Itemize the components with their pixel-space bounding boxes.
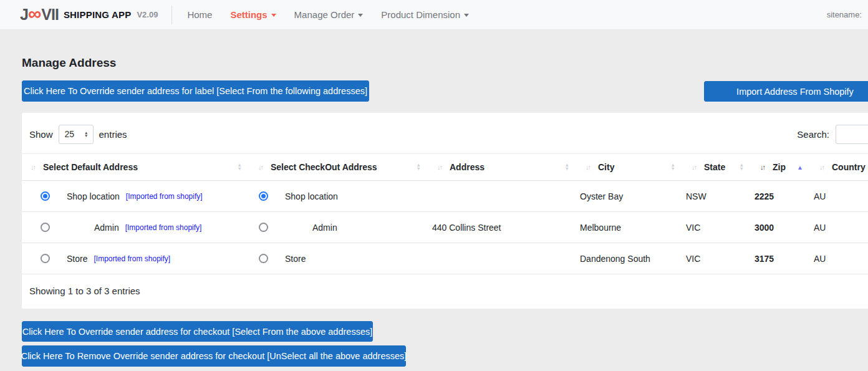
override-sender-checkout-button[interactable]: Click Here To Override sender address fo… (22, 321, 373, 342)
imported-from-shopify-note: [Imported from shopify] (94, 254, 170, 263)
checkout-address-radio[interactable] (259, 254, 268, 263)
sort-arrows-icon: ▲▼ (735, 163, 744, 171)
checkout-address-radio[interactable] (259, 191, 268, 201)
default-address-name: Shop location (67, 191, 120, 201)
sort-arrows-icon: ▲▼ (412, 163, 421, 171)
sort-icon: ↓↑ (586, 163, 590, 171)
column-header-address[interactable]: ↓↑ Address ▲▼ (428, 162, 577, 172)
country-cell: AU (811, 223, 868, 233)
table-row: Admin [Imported from shopify] Admin 440 … (22, 212, 868, 243)
state-cell: VIC (683, 254, 751, 264)
page-title: Manage Address (22, 56, 868, 70)
default-address-name: Admin (94, 223, 119, 233)
checkout-address-name: Shop location (285, 191, 338, 201)
page-length-value: 25 (65, 129, 75, 139)
nav-item-home[interactable]: Home (187, 9, 212, 20)
city-cell: Oyster Bay (577, 191, 683, 201)
country-cell: AU (811, 191, 868, 201)
chevron-down-icon (358, 14, 363, 17)
table-info: Showing 1 to 3 of 3 entries (22, 274, 868, 309)
country-cell: AU (811, 254, 868, 264)
sort-arrows-icon: ▲▼ (560, 163, 569, 171)
zip-cell: 2225 (751, 191, 811, 201)
import-address-from-shopify-button[interactable]: Import Address From Shopify (704, 81, 868, 102)
sort-icon: ↓↑ (437, 163, 441, 171)
joovii-logo[interactable]: J∞VII (20, 6, 59, 24)
address-table-card: Show 25 ▲▼ entries Search: ↓↑ Select Def… (22, 113, 868, 309)
imported-from-shopify-note: [Imported from shopify] (126, 192, 203, 201)
column-header-select-default-address[interactable]: ↓↑ Select Default Address ▲▼ (22, 162, 249, 172)
sort-arrows-icon: ▲▼ (233, 163, 242, 171)
sort-asc-icon: ▲ (792, 164, 803, 171)
sort-icon: ↓↑ (692, 163, 696, 171)
sort-icon-active: ↓↑ (760, 163, 764, 171)
search-input[interactable] (836, 125, 868, 144)
nav-item-product-dimension[interactable]: Product Dimension (381, 9, 469, 20)
infinity-icon: ∞ (28, 8, 41, 19)
sort-icon: ↓↑ (819, 163, 824, 171)
state-cell: VIC (683, 223, 751, 233)
table-row: Shop location [Imported from shopify] Sh… (22, 181, 868, 212)
default-address-name: Store (67, 254, 87, 264)
search-label: Search: (797, 129, 829, 140)
top-navbar: J∞VII SHIPPING APP V2.09 Home Settings M… (0, 0, 868, 30)
chevron-down-icon (271, 14, 276, 17)
table-row: Store [Imported from shopify] Store Dand… (22, 243, 868, 274)
entries-label: entries (99, 129, 127, 140)
checkout-address-name: Store (285, 254, 306, 264)
navbar-divider (171, 6, 172, 24)
default-address-radio[interactable] (41, 191, 50, 201)
state-cell: NSW (683, 191, 751, 201)
logo-text-j: J (20, 6, 28, 24)
checkout-address-name: Admin (312, 223, 337, 233)
city-cell: Melbourne (577, 223, 683, 233)
chevron-down-icon (464, 14, 469, 17)
app-version: V2.09 (137, 10, 158, 19)
checkout-address-radio[interactable] (259, 223, 268, 232)
show-label: Show (29, 129, 53, 140)
column-header-state[interactable]: ↓↑ State ▲▼ (683, 162, 751, 172)
column-header-country[interactable]: ↓↑ Country ▲▼ (811, 162, 868, 172)
column-header-city[interactable]: ↓↑ City ▲▼ (577, 162, 683, 172)
sort-icon: ↓↑ (31, 163, 35, 171)
column-header-select-checkout-address[interactable]: ↓↑ Select CheckOut Address ▲▼ (249, 162, 428, 172)
remove-override-sender-checkout-button[interactable]: Click Here To Remove Override sender add… (22, 345, 406, 367)
city-cell: Dandenong South (577, 254, 683, 264)
nav-item-settings[interactable]: Settings (230, 9, 276, 20)
sort-icon: ↓↑ (258, 163, 263, 171)
zip-cell: 3175 (751, 254, 811, 264)
logo-text-vii: VII (41, 6, 59, 24)
nav-item-manage-order[interactable]: Manage Order (294, 9, 364, 20)
address-cell: 440 Collins Street (428, 223, 577, 233)
imported-from-shopify-note: [Imported from shopify] (125, 223, 202, 232)
column-header-zip-sorted-asc[interactable]: ↓↑ Zip ▲ (751, 162, 811, 172)
table-header-row: ↓↑ Select Default Address ▲▼ ↓↑ Select C… (22, 153, 868, 181)
sitename-label: sitename: (827, 10, 863, 19)
zip-cell: 3000 (751, 223, 811, 233)
default-address-radio[interactable] (41, 223, 50, 232)
page-length-select[interactable]: 25 ▲▼ (59, 125, 94, 144)
default-address-radio[interactable] (41, 254, 50, 263)
app-name: SHIPPING APP (64, 9, 132, 20)
sort-arrows-icon: ▲▼ (666, 163, 675, 171)
select-spinner-icon: ▲▼ (84, 131, 88, 138)
override-sender-label-button[interactable]: Click Here To Override sender address fo… (22, 80, 369, 102)
